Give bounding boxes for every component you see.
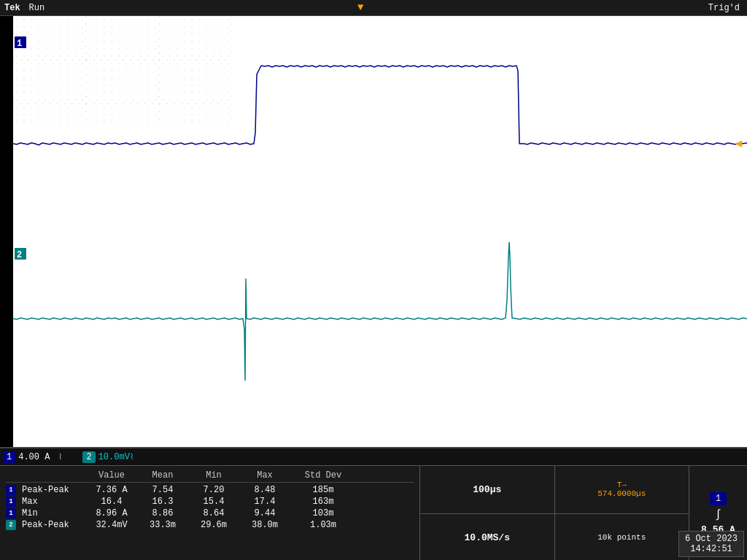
meas-min-1: 7.20 [188, 485, 239, 495]
ch1-row-indicator-2: 1 [6, 497, 16, 507]
trigger-wave-icon: ∫ [715, 508, 722, 521]
sample-points: 10k points [597, 533, 646, 542]
meas-row-ch2-peakpeak: 2 Peak-Peak 32.4mV 33.3m 29.6m 38.0m 1.0… [6, 519, 414, 531]
run-label: Run [25, 3, 50, 13]
meas-std-2: 163m [290, 497, 356, 507]
col-max: Max [239, 470, 290, 481]
svg-text:2: 2 [17, 250, 22, 260]
meas-section: Value Mean Min Max Std Dev 1 Peak-Peak 7… [0, 466, 747, 560]
meas-mean-4: 33.3m [137, 520, 188, 530]
col-min: Min [188, 470, 239, 481]
meas-mean-1: 7.54 [137, 485, 188, 495]
meas-table: Value Mean Min Max Std Dev 1 Peak-Peak 7… [0, 466, 419, 560]
waveform-overlay: 1 1 2 ◄ [13, 16, 747, 447]
ch2-waveform-flat [13, 242, 747, 381]
col-stddev: Std Dev [290, 470, 356, 481]
meas-mean-3: 8.86 [137, 508, 188, 518]
ch2-badge: 2 [82, 451, 95, 463]
col-value: Value [86, 470, 137, 481]
cursor-label: T→ [617, 481, 627, 489]
time-panel: 100µs T→ 574.0000µs [420, 466, 689, 514]
ch1-row-indicator: 1 [6, 485, 16, 495]
svg-text:◄: ◄ [735, 138, 743, 151]
sample-points-box: 10k points [555, 514, 689, 561]
date-panel: 6 Oct 2023 14:42:51 [678, 531, 744, 557]
meas-label-2: Max [22, 497, 86, 507]
meas-max-1: 8.48 [239, 485, 290, 495]
cursor-value: 574.0000µs [597, 489, 646, 498]
col-mean: Mean [137, 470, 188, 481]
ch1-coupling-icon: ⌇ [58, 452, 62, 462]
ch2-coupling-icon: ⌇ [130, 452, 133, 462]
meas-min-3: 8.64 [188, 508, 239, 518]
meas-label-4: Peak-Peak [22, 520, 86, 530]
scope-screen: 1 1 2 ◄ [13, 16, 747, 447]
sample-rate-box: 10.0MS/s [420, 514, 555, 561]
meas-std-4: 1.03m [290, 520, 356, 530]
meas-mean-2: 16.3 [137, 497, 188, 507]
meas-row-ch1-min: 1 Min 8.96 A 8.86 8.64 9.44 103m [6, 508, 414, 519]
sample-rate: 10.0MS/s [465, 532, 510, 543]
top-bar: Tek Run ▼ Trig'd [0, 0, 747, 16]
date-line1: 6 Oct 2023 [685, 534, 738, 544]
cursor-box: T→ 574.0000µs [555, 466, 689, 513]
ch1-badge: 1 [3, 451, 15, 463]
meas-min-4: 29.6m [188, 520, 239, 530]
timebase-value: 100µs [473, 484, 501, 495]
meas-max-3: 9.44 [239, 508, 290, 518]
brand-label: Tek [0, 3, 25, 13]
right-panels: 100µs T→ 574.0000µs 10.0MS/s 10k points [419, 466, 689, 560]
ch1-row-indicator-3: 1 [6, 508, 16, 518]
trigger-status: Trig'd [708, 3, 740, 13]
svg-text:1: 1 [17, 39, 22, 49]
meas-row-ch1-max: 1 Max 16.4 16.3 15.4 17.4 163m [6, 496, 414, 508]
col-label [6, 470, 86, 481]
scale-row: 1 4.00 A ⌇ 2 10.0mV ⌇ [0, 448, 747, 466]
trigger-position-marker: ▼ [357, 1, 363, 13]
timebase-box: 100µs [420, 466, 555, 513]
meas-max-2: 17.4 [239, 497, 290, 507]
meas-row-ch1-peakpeak: 1 Peak-Peak 7.36 A 7.54 7.20 8.48 185m [6, 484, 414, 496]
meas-val-2: 16.4 [86, 497, 137, 507]
meas-val-4: 32.4mV [86, 520, 137, 530]
meas-label-3: Min [22, 508, 86, 518]
ch2-scale: 10.0mV [98, 452, 130, 462]
bottom-bar: 1 4.00 A ⌇ 2 10.0mV ⌇ Value Mean Min Max… [0, 447, 747, 560]
meas-header: Value Mean Min Max Std Dev [6, 469, 414, 483]
meas-std-3: 103m [290, 508, 356, 518]
meas-val-1: 7.36 A [86, 485, 137, 495]
ch1-scale: 4.00 A [18, 452, 50, 462]
meas-max-4: 38.0m [239, 520, 290, 530]
meas-min-2: 15.4 [188, 497, 239, 507]
meas-val-3: 8.96 A [86, 508, 137, 518]
ch1-waveform [13, 66, 747, 145]
meas-label-1: Peak-Peak [22, 485, 86, 495]
meas-std-1: 185m [290, 485, 356, 495]
date-line2: 14:42:51 [685, 544, 738, 554]
ch2-row-indicator: 2 [6, 520, 16, 530]
sample-panel: 10.0MS/s 10k points [420, 514, 689, 561]
ch1-trigger-badge: 1 [710, 492, 727, 505]
